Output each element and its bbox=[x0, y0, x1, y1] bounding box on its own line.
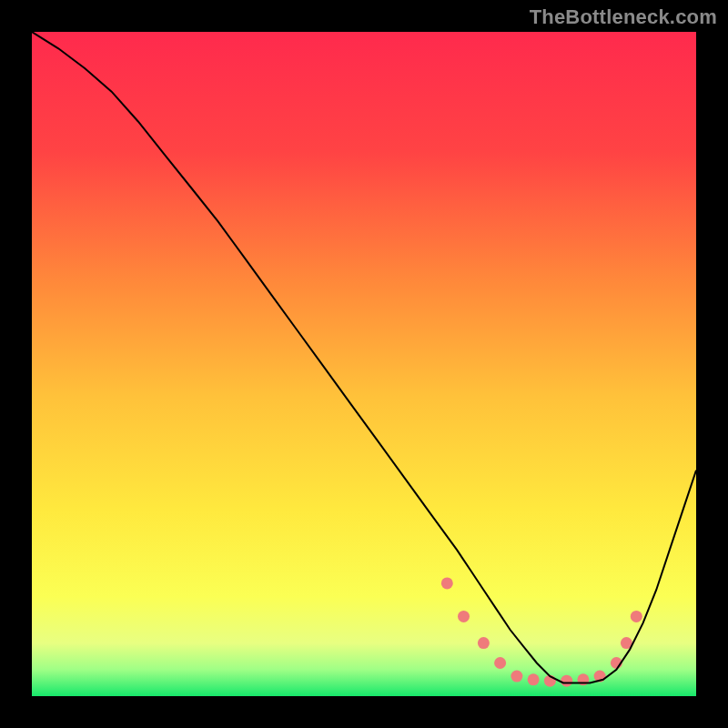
highlight-dot bbox=[511, 671, 522, 682]
watermark-text: TheBottleneck.com bbox=[530, 5, 717, 29]
highlight-dot bbox=[528, 673, 540, 685]
highlight-dot bbox=[631, 611, 642, 622]
outer-frame: TheBottleneck.com bbox=[0, 0, 728, 728]
highlight-dot bbox=[441, 577, 453, 589]
chart-background bbox=[32, 32, 696, 696]
chart-svg bbox=[32, 32, 696, 696]
highlight-dot bbox=[458, 611, 470, 622]
chart-area bbox=[32, 32, 696, 696]
highlight-dot bbox=[478, 637, 490, 649]
highlight-dot bbox=[494, 657, 506, 669]
highlight-dot bbox=[561, 675, 572, 687]
